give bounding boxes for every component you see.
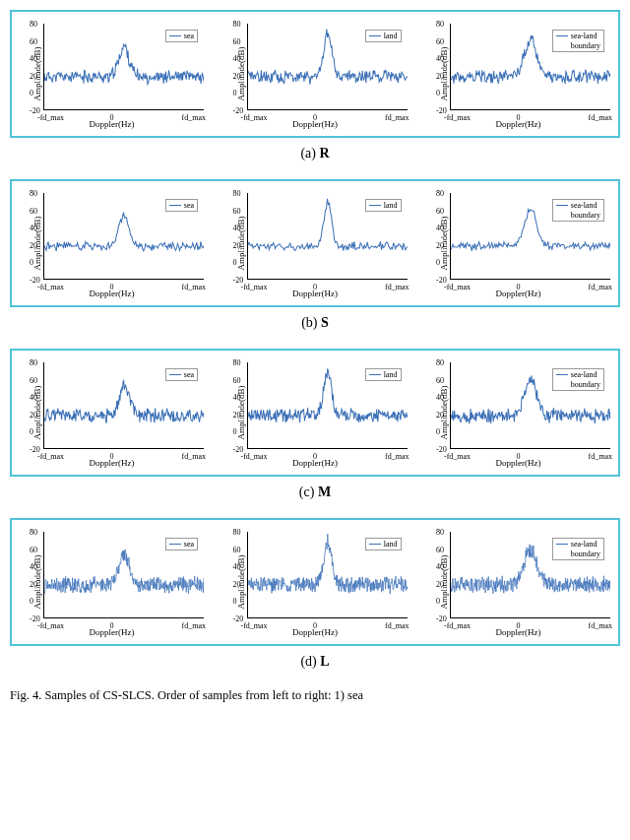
x-tick-right: fd_max xyxy=(385,113,409,122)
x-tick-left: -fd_max xyxy=(241,113,268,122)
subplot-L-0: sea-20020406080-fd_max0fd_maxAmplitude(d… xyxy=(16,528,208,636)
y-tick: 80 xyxy=(30,358,37,367)
legend-line-icon xyxy=(369,544,381,546)
subplot-S-0: sea-20020406080-fd_max0fd_maxAmplitude(d… xyxy=(16,189,208,297)
x-tick-left: -fd_max xyxy=(37,283,64,291)
subcaption-prefix: (c) xyxy=(299,485,318,499)
y-tick: 60 xyxy=(30,206,37,215)
x-tick-right: fd_max xyxy=(385,621,409,630)
x-tick-left: -fd_max xyxy=(444,113,471,122)
subplot-M-0: sea-20020406080-fd_max0fd_maxAmplitude(d… xyxy=(16,358,208,467)
y-axis-label: Amplitude(dB) xyxy=(32,555,42,610)
y-tick: 80 xyxy=(233,20,241,29)
legend: sea-landboundary xyxy=(552,199,604,222)
y-tick: 80 xyxy=(233,528,241,537)
legend: land xyxy=(365,199,402,212)
legend-label: land xyxy=(384,201,398,210)
legend-label: sea-land xyxy=(571,201,598,210)
figure-4: sea-20020406080-fd_max0fd_maxAmplitude(d… xyxy=(10,10,620,705)
y-tick: 80 xyxy=(436,20,444,29)
axes: sea xyxy=(43,532,204,618)
axes: sea xyxy=(43,24,204,110)
axes: sea-landboundary xyxy=(450,362,610,449)
y-axis-label: Amplitude(dB) xyxy=(439,386,449,440)
legend-line-icon xyxy=(169,544,181,546)
panel-S: sea-20020406080-fd_max0fd_maxAmplitude(d… xyxy=(10,179,620,307)
legend: land xyxy=(365,538,402,550)
subcaption-letter: M xyxy=(318,485,331,499)
x-axis-label: Doppler(Hz) xyxy=(292,627,338,637)
legend-entry: sea-land xyxy=(556,540,600,549)
subplot-R-1: land-20020406080-fd_max0fd_maxAmplitude(… xyxy=(220,20,411,128)
y-tick: 80 xyxy=(233,358,241,367)
x-axis-label: Doppler(Hz) xyxy=(90,627,135,637)
legend-label: boundary xyxy=(571,380,600,389)
subplot-L-2: sea-landboundary-20020406080-fd_max0fd_m… xyxy=(422,528,614,636)
x-axis-label: Doppler(Hz) xyxy=(496,289,541,298)
x-tick-left: -fd_max xyxy=(241,452,268,461)
y-axis-label: Amplitude(dB) xyxy=(235,217,245,271)
x-axis-label: Doppler(Hz) xyxy=(496,458,541,468)
subplot-S-2: sea-landboundary-20020406080-fd_max0fd_m… xyxy=(422,189,614,297)
legend-line-icon xyxy=(169,35,181,37)
legend-line-icon xyxy=(169,205,181,207)
y-axis-label: Amplitude(dB) xyxy=(439,555,449,610)
y-tick: 80 xyxy=(436,189,444,198)
legend: sea xyxy=(165,30,198,42)
y-tick: 80 xyxy=(233,189,241,198)
x-tick-right: fd_max xyxy=(589,452,612,461)
subcaption-M: (c) M xyxy=(10,485,620,500)
subcaption-prefix: (a) xyxy=(300,146,319,161)
y-tick: 60 xyxy=(436,206,444,215)
axes: land xyxy=(247,532,408,618)
subcaption-letter: R xyxy=(319,146,329,161)
legend-label: sea-land xyxy=(571,32,598,40)
legend-entry: land xyxy=(369,540,398,549)
x-tick-left: -fd_max xyxy=(444,283,471,291)
legend-entry: sea-land xyxy=(556,32,600,40)
legend-label: boundary xyxy=(571,549,600,558)
legend-entry: land xyxy=(369,370,398,379)
legend: sea xyxy=(165,368,198,381)
legend-line-icon xyxy=(169,374,181,376)
legend-entry: boundary xyxy=(556,211,600,220)
x-axis-label: Doppler(Hz) xyxy=(292,119,338,129)
legend-line-icon xyxy=(556,374,568,376)
subcaption-S: (b) S xyxy=(10,315,620,331)
axes: land xyxy=(247,193,408,280)
legend-label: land xyxy=(384,370,398,379)
subplot-L-1: land-20020406080-fd_max0fd_maxAmplitude(… xyxy=(220,528,411,636)
legend-line-icon xyxy=(556,35,568,37)
axes: land xyxy=(247,362,408,449)
y-tick: 60 xyxy=(30,375,37,384)
x-tick-left: -fd_max xyxy=(37,452,64,461)
x-tick-left: -fd_max xyxy=(444,621,471,630)
panel-M: sea-20020406080-fd_max0fd_maxAmplitude(d… xyxy=(10,349,620,477)
y-axis-label: Amplitude(dB) xyxy=(235,47,245,101)
legend-entry: sea-land xyxy=(556,201,600,210)
legend-label: sea xyxy=(184,540,194,549)
subplot-M-2: sea-landboundary-20020406080-fd_max0fd_m… xyxy=(422,358,614,467)
subcaption-letter: S xyxy=(321,315,329,330)
legend-line-icon xyxy=(556,544,568,546)
x-tick-right: fd_max xyxy=(385,283,409,291)
axes: sea-landboundary xyxy=(450,24,610,110)
legend-line-icon xyxy=(369,374,381,376)
y-tick: 60 xyxy=(436,36,444,45)
subcaption-L: (d) L xyxy=(10,654,620,670)
x-axis-label: Doppler(Hz) xyxy=(292,458,338,468)
legend: sea xyxy=(165,199,198,212)
legend: land xyxy=(365,368,402,381)
y-tick: 60 xyxy=(436,375,444,384)
axes: sea-landboundary xyxy=(450,193,610,280)
y-tick: 80 xyxy=(30,20,37,29)
legend-label: sea xyxy=(184,32,194,40)
legend-label: land xyxy=(384,32,398,40)
x-tick-left: -fd_max xyxy=(241,283,268,291)
y-tick: 60 xyxy=(233,545,241,553)
y-tick: 80 xyxy=(436,528,444,537)
axes: sea xyxy=(43,362,204,449)
legend-entry: sea xyxy=(169,32,194,40)
x-axis-label: Doppler(Hz) xyxy=(292,289,338,298)
legend-entry: boundary xyxy=(556,380,600,389)
